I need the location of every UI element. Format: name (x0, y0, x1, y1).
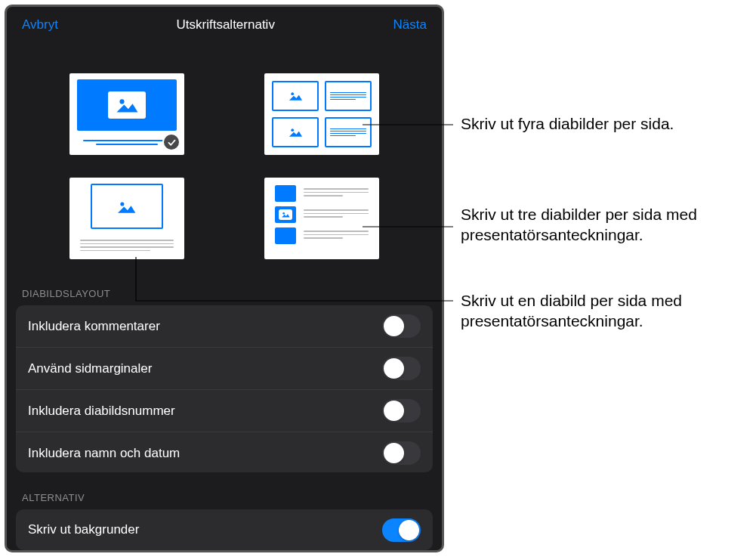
next-button[interactable]: Nästa (393, 17, 427, 32)
callout-three-notes: Skriv ut tre diabilder per sida med pres… (461, 204, 748, 246)
setting-label: Använd sidmarginaler (28, 361, 152, 376)
setting-use-margins: Använd sidmarginaler (16, 348, 433, 390)
callout-four-up: Skriv ut fyra diabilder per sida. (461, 113, 748, 134)
layout-single-slide[interactable] (69, 73, 184, 155)
layout-settings-group: Inkludera kommentarer Använd sidmarginal… (16, 305, 433, 472)
toggle-include-name-date[interactable] (382, 441, 421, 465)
cancel-button[interactable]: Avbryt (22, 17, 58, 32)
svg-point-3 (121, 202, 125, 206)
print-options-panel: Avbryt Utskriftsalternativ Nästa (5, 5, 444, 552)
toggle-include-slide-numbers[interactable] (382, 399, 421, 422)
toggle-include-comments[interactable] (382, 314, 421, 338)
layout-one-with-notes[interactable] (69, 178, 184, 259)
setting-label: Inkludera kommentarer (28, 319, 160, 334)
toggle-print-backgrounds[interactable] (382, 518, 421, 542)
svg-point-1 (291, 93, 294, 96)
checkmark-icon (162, 133, 181, 151)
setting-label: Inkludera namn och datum (28, 446, 180, 461)
layout-three-with-notes[interactable] (264, 178, 379, 259)
svg-point-0 (119, 100, 124, 104)
callout-one-notes: Skriv ut en diabild per sida med present… (461, 290, 748, 332)
setting-include-comments: Inkludera kommentarer (16, 305, 433, 348)
section-label-options: ALTERNATIV (7, 486, 442, 509)
svg-point-2 (291, 129, 294, 132)
setting-label: Skriv ut bakgrunder (28, 522, 139, 537)
setting-include-slide-numbers: Inkludera diabildsnummer (16, 390, 433, 432)
header-title: Utskriftsalternativ (177, 17, 275, 32)
svg-point-4 (282, 212, 285, 215)
layout-four-per-page[interactable] (264, 73, 379, 155)
setting-print-backgrounds: Skriv ut bakgrunder (16, 509, 433, 550)
setting-include-name-date: Inkludera namn och datum (16, 432, 433, 472)
setting-label: Inkludera diabildsnummer (28, 404, 175, 419)
section-label-layout: DIABILDSLAYOUT (7, 282, 442, 305)
toggle-use-margins[interactable] (382, 357, 421, 380)
options-settings-group: Skriv ut bakgrunder (16, 509, 433, 550)
layout-grid (7, 43, 442, 282)
header: Avbryt Utskriftsalternativ Nästa (7, 7, 442, 43)
